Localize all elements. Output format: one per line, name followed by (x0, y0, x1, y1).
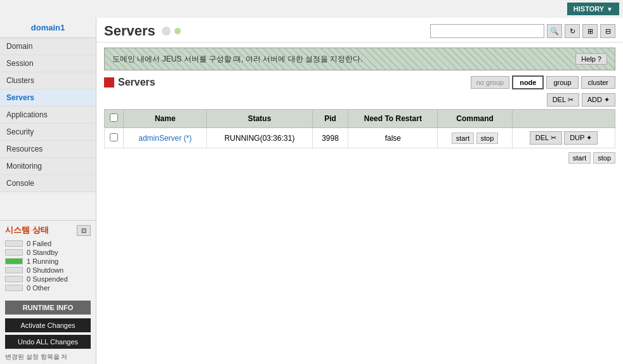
failed-label: 0 Failed (27, 240, 51, 247)
row-need-restart-cell: false (348, 128, 438, 148)
history-button[interactable]: HISTORY ▼ (567, 3, 619, 15)
group-button[interactable]: group (546, 76, 578, 89)
row-checkbox[interactable] (110, 133, 118, 141)
sidebar: domain1 Domain Session Clusters Servers … (0, 18, 96, 364)
search-input[interactable] (430, 24, 544, 38)
row-checkbox-cell (105, 128, 124, 148)
search-area: 🔍 ↻ ⊞ ⊟ (430, 24, 615, 38)
suspended-label: 0 Suspended (27, 275, 68, 283)
export-button[interactable]: ⊞ (582, 24, 598, 38)
system-status-header: 시스템 상태 ⊡ (5, 224, 91, 236)
servers-icon (104, 77, 114, 88)
refresh-button[interactable]: ↻ (565, 24, 580, 38)
sidebar-domain[interactable]: domain1 (0, 18, 96, 38)
suspended-indicator (5, 276, 23, 282)
undo-all-changes-button[interactable]: Undo ALL Changes (5, 335, 91, 349)
row-name[interactable]: adminServer (*) (138, 134, 192, 143)
status-shutdown-row: 0 Shutdown (5, 266, 91, 274)
status-failed-row: 0 Failed (5, 240, 91, 247)
content-header: Servers 🔍 ↻ ⊞ ⊟ (96, 18, 623, 42)
status-standby-row: 0 Standby (5, 249, 91, 256)
servers-section-title: Servers (104, 77, 155, 88)
sidebar-item-resources[interactable]: Resources (0, 141, 96, 158)
view-buttons: no group node group cluster (471, 75, 615, 89)
dot2 (174, 28, 181, 34)
row-need-restart: false (385, 134, 401, 143)
title-text: Servers (104, 23, 155, 39)
status-other-row: 0 Other (5, 284, 91, 292)
sidebar-item-security[interactable]: Security (0, 124, 96, 141)
node-button[interactable]: node (512, 75, 544, 89)
row-status-cell: RUNNING(03:36:31) (207, 128, 312, 148)
content-title: Servers (104, 23, 181, 39)
header-command: Command (438, 110, 513, 128)
cluster-button[interactable]: cluster (581, 76, 615, 89)
header-actions (512, 110, 615, 128)
description-bar: 도메인 내에서 JEUS 서버를 구성할 때, 여러 서버에 대한 설정을 지정… (104, 48, 615, 70)
content-area: Servers 🔍 ↻ ⊞ ⊟ 도메인 내에서 JEUS 서버를 구성할 때, … (96, 18, 623, 364)
header-name: Name (124, 110, 207, 128)
row-name-cell: adminServer (*) (124, 128, 207, 148)
header-status: Status (207, 110, 312, 128)
history-arrow-icon: ▼ (607, 6, 613, 13)
main-layout: domain1 Domain Session Clusters Servers … (0, 18, 623, 364)
table-head: Name Status Pid Need To Restart Command (105, 110, 615, 128)
system-status: 시스템 상태 ⊡ 0 Failed 0 Standby 1 Running 0 … (0, 220, 96, 297)
activate-changes-button[interactable]: Activate Changes (5, 318, 91, 332)
other-indicator (5, 285, 23, 291)
header-need-to-restart: Need To Restart (348, 110, 438, 128)
row-command-cell: start stop (438, 128, 513, 148)
del-top-button[interactable]: DEL ✂ (547, 93, 579, 107)
search-button[interactable]: 🔍 (547, 24, 562, 38)
sidebar-item-console[interactable]: Console (0, 175, 96, 192)
shutdown-label: 0 Shutdown (27, 266, 63, 274)
shutdown-indicator (5, 267, 23, 273)
bottom-start-button[interactable]: start (568, 152, 591, 164)
row-pid-cell: 3998 (312, 128, 348, 148)
servers-section: Servers no group node group cluster DEL … (96, 75, 623, 364)
failed-indicator (5, 240, 23, 247)
help-button[interactable]: Help ? (575, 53, 607, 65)
settings-button[interactable]: ⊟ (600, 24, 615, 38)
system-status-title: 시스템 상태 (5, 224, 49, 236)
sidebar-item-clusters[interactable]: Clusters (0, 72, 96, 89)
bottom-stop-button[interactable]: stop (593, 152, 615, 164)
row-pid: 3998 (322, 134, 339, 143)
status-running-row: 1 Running (5, 257, 91, 265)
dot1 (162, 27, 171, 36)
other-label: 0 Other (27, 284, 50, 292)
table-top-actions: DEL ✂ ADD ✦ (104, 93, 615, 107)
sidebar-item-domain[interactable]: Domain (0, 38, 96, 55)
servers-title-text: Servers (118, 77, 155, 88)
running-indicator (5, 258, 23, 264)
description-text: 도메인 내에서 JEUS 서버를 구성할 때, 여러 서버에 대한 설정을 지정… (112, 54, 363, 65)
header-pid: Pid (312, 110, 348, 128)
sidebar-item-session[interactable]: Session (0, 55, 96, 72)
row-del-button[interactable]: DEL ✂ (530, 131, 562, 145)
servers-table: Name Status Pid Need To Restart Command … (104, 109, 615, 148)
runtime-info-button[interactable]: RUNTIME INFO (5, 301, 91, 315)
help-label: Help (581, 55, 596, 63)
stop-button[interactable]: stop (476, 133, 499, 144)
standby-label: 0 Standby (27, 249, 58, 256)
no-group-button[interactable]: no group (471, 76, 509, 89)
table-header-row: Name Status Pid Need To Restart Command (105, 110, 615, 128)
row-actions-cell: DEL ✂ DUP ✦ (512, 128, 615, 148)
running-label: 1 Running (27, 257, 58, 265)
add-top-button[interactable]: ADD ✦ (582, 93, 615, 107)
sidebar-item-monitoring[interactable]: Monitoring (0, 158, 96, 175)
servers-section-header: Servers no group node group cluster (104, 75, 615, 89)
bottom-actions: start stop (104, 148, 615, 167)
row-dup-button[interactable]: DUP ✦ (564, 131, 598, 145)
status-suspended-row: 0 Suspended (5, 275, 91, 283)
start-button[interactable]: start (452, 133, 474, 144)
table-body: adminServer (*) RUNNING(03:36:31) 3998 f… (105, 128, 615, 148)
sidebar-bottom-text: 변경된 설정 항목을 저 (5, 353, 91, 361)
title-dots (162, 27, 181, 36)
standby-indicator (5, 249, 23, 256)
status-icon-button[interactable]: ⊡ (77, 225, 91, 236)
select-all-checkbox[interactable] (110, 114, 118, 122)
sidebar-item-servers[interactable]: Servers (0, 89, 96, 107)
header-checkbox-col (105, 110, 124, 128)
sidebar-item-applications[interactable]: Applications (0, 107, 96, 124)
